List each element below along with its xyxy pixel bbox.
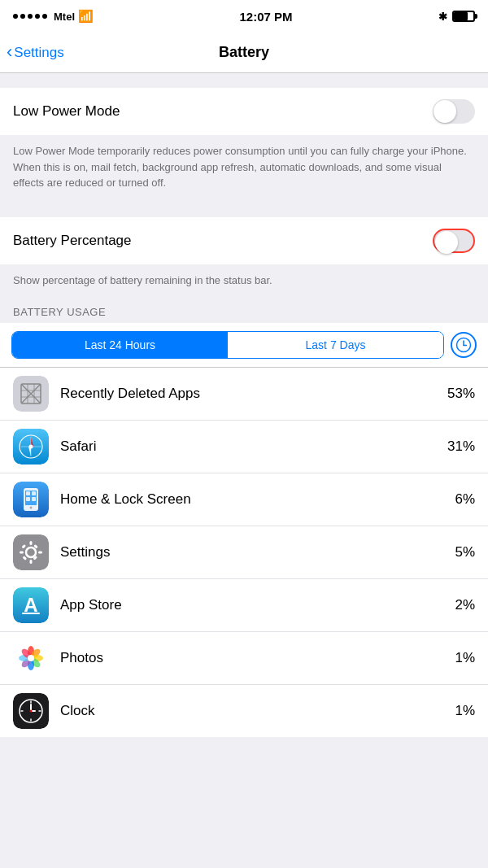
status-time: 12:07 PM bbox=[239, 10, 292, 24]
clock-history-button[interactable] bbox=[451, 332, 477, 358]
svg-point-57 bbox=[30, 710, 33, 713]
svg-text:A: A bbox=[24, 594, 37, 616]
app-percent-homescreen: 6% bbox=[455, 491, 475, 508]
app-percent-photos: 1% bbox=[455, 650, 475, 666]
low-power-mode-row: Low Power Mode bbox=[0, 88, 488, 135]
status-right: ✱ bbox=[438, 11, 475, 23]
signal-dots bbox=[13, 14, 47, 19]
segment-last-7d[interactable]: Last 7 Days bbox=[228, 332, 443, 358]
svg-rect-24 bbox=[26, 497, 30, 501]
page-title: Battery bbox=[219, 44, 269, 61]
app-row-appstore[interactable]: A App Store 2% bbox=[0, 579, 488, 632]
bluetooth-icon: ✱ bbox=[438, 11, 447, 23]
app-icon-deleted bbox=[13, 376, 49, 412]
svg-point-48 bbox=[28, 655, 34, 661]
app-name-clock: Clock bbox=[60, 703, 443, 719]
app-row-photos[interactable]: Photos 1% bbox=[0, 632, 488, 685]
section-gap-2 bbox=[0, 203, 488, 217]
low-power-mode-label: Low Power Mode bbox=[13, 103, 120, 120]
svg-rect-30 bbox=[20, 552, 24, 554]
app-icon-homescreen bbox=[13, 482, 49, 517]
app-row-homescreen[interactable]: Home & Lock Screen 6% bbox=[0, 473, 488, 526]
back-button[interactable]: ‹ Settings bbox=[7, 44, 64, 61]
app-percent-clock: 1% bbox=[455, 703, 475, 719]
app-icon-photos bbox=[13, 640, 49, 676]
battery-percentage-toggle[interactable] bbox=[433, 229, 475, 253]
svg-rect-22 bbox=[26, 491, 30, 495]
segment-container: Last 24 Hours Last 7 Days bbox=[0, 323, 488, 368]
app-name-deleted: Recently Deleted Apps bbox=[60, 386, 436, 402]
app-name-settings: Settings bbox=[60, 544, 443, 560]
battery-icon bbox=[452, 11, 475, 22]
low-power-mode-description: Low Power Mode temporarily reduces power… bbox=[0, 135, 488, 203]
battery-percentage-section: Battery Percentage bbox=[0, 217, 488, 264]
svg-rect-25 bbox=[32, 497, 36, 501]
battery-percentage-toggle-knob bbox=[435, 231, 458, 254]
svg-rect-26 bbox=[13, 534, 49, 570]
low-power-mode-toggle[interactable] bbox=[433, 99, 475, 124]
back-label: Settings bbox=[14, 45, 63, 61]
wifi-icon: 📶 bbox=[78, 9, 94, 24]
status-bar: Mtel 📶 12:07 PM ✱ bbox=[0, 0, 488, 33]
nav-bar: ‹ Settings Battery bbox=[0, 33, 488, 73]
battery-percentage-label: Battery Percentage bbox=[13, 233, 132, 249]
segment-last-24h[interactable]: Last 24 Hours bbox=[12, 332, 228, 358]
svg-point-21 bbox=[30, 507, 33, 509]
svg-rect-29 bbox=[30, 560, 33, 564]
status-left: Mtel 📶 bbox=[13, 9, 94, 24]
clock-icon bbox=[455, 337, 472, 353]
back-chevron-icon: ‹ bbox=[7, 43, 12, 61]
app-name-appstore: App Store bbox=[60, 597, 443, 613]
app-name-safari: Safari bbox=[60, 438, 436, 455]
low-power-mode-toggle-knob bbox=[434, 100, 456, 123]
app-row-settings[interactable]: Settings 5% bbox=[0, 526, 488, 579]
battery-percentage-description: Show percentage of battery remaining in … bbox=[0, 264, 488, 300]
app-name-photos: Photos bbox=[60, 650, 443, 666]
section-gap-1 bbox=[0, 73, 488, 88]
app-row-clock[interactable]: Clock 1% bbox=[0, 685, 488, 737]
carrier-label: Mtel bbox=[54, 11, 75, 23]
app-name-homescreen: Home & Lock Screen bbox=[60, 491, 443, 508]
battery-usage-header: BATTERY USAGE bbox=[0, 299, 488, 323]
app-icon-clock bbox=[13, 693, 49, 729]
app-percent-deleted: 53% bbox=[447, 386, 475, 402]
app-percent-safari: 31% bbox=[447, 438, 475, 455]
svg-rect-31 bbox=[38, 552, 42, 554]
app-percent-settings: 5% bbox=[455, 544, 475, 560]
app-icon-appstore: A bbox=[13, 587, 49, 623]
battery-percentage-row: Battery Percentage bbox=[0, 217, 488, 264]
low-power-mode-section: Low Power Mode bbox=[0, 88, 488, 135]
app-row-safari[interactable]: Safari 31% bbox=[0, 421, 488, 473]
svg-rect-28 bbox=[30, 541, 33, 545]
time-segment-control[interactable]: Last 24 Hours Last 7 Days bbox=[11, 331, 444, 359]
app-icon-safari bbox=[13, 429, 49, 465]
app-percent-appstore: 2% bbox=[455, 597, 475, 613]
app-row-deleted[interactable]: Recently Deleted Apps 53% bbox=[0, 368, 488, 421]
svg-rect-23 bbox=[32, 491, 36, 495]
svg-point-17 bbox=[29, 445, 33, 449]
app-battery-list: Recently Deleted Apps 53% Saf bbox=[0, 368, 488, 737]
app-icon-settings bbox=[13, 534, 49, 570]
